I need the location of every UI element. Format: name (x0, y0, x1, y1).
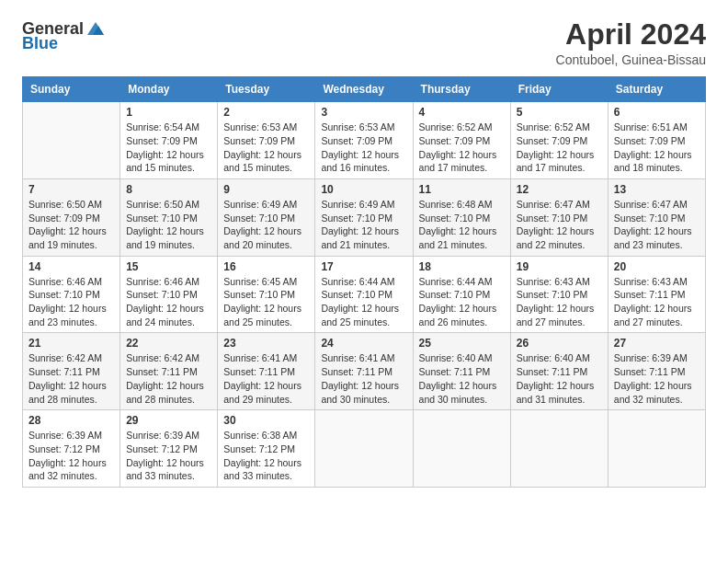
calendar-day-header: Friday (510, 77, 608, 102)
calendar-cell: 2Sunrise: 6:53 AM Sunset: 7:09 PM Daylig… (218, 102, 315, 179)
calendar-cell: 7Sunrise: 6:50 AM Sunset: 7:09 PM Daylig… (23, 178, 120, 256)
day-info: Sunrise: 6:46 AM Sunset: 7:10 PM Dayligh… (126, 275, 211, 329)
day-info: Sunrise: 6:54 AM Sunset: 7:09 PM Dayligh… (126, 121, 211, 175)
calendar-cell: 19Sunrise: 6:43 AM Sunset: 7:10 PM Dayli… (510, 256, 608, 333)
calendar-cell: 11Sunrise: 6:48 AM Sunset: 7:10 PM Dayli… (413, 178, 510, 256)
day-number: 10 (321, 183, 406, 196)
day-info: Sunrise: 6:46 AM Sunset: 7:10 PM Dayligh… (28, 275, 114, 329)
day-info: Sunrise: 6:53 AM Sunset: 7:09 PM Dayligh… (223, 121, 309, 175)
calendar-day-header: Monday (120, 77, 218, 102)
day-info: Sunrise: 6:48 AM Sunset: 7:10 PM Dayligh… (419, 198, 505, 252)
calendar-cell: 24Sunrise: 6:41 AM Sunset: 7:11 PM Dayli… (315, 333, 413, 410)
day-number: 25 (419, 337, 505, 350)
calendar-table: SundayMondayTuesdayWednesdayThursdayFrid… (22, 76, 706, 488)
day-info: Sunrise: 6:49 AM Sunset: 7:10 PM Dayligh… (223, 198, 309, 252)
calendar-cell (23, 102, 120, 179)
calendar-cell: 30Sunrise: 6:38 AM Sunset: 7:12 PM Dayli… (218, 410, 315, 488)
calendar-cell: 25Sunrise: 6:40 AM Sunset: 7:11 PM Dayli… (413, 333, 510, 410)
calendar-cell: 20Sunrise: 6:43 AM Sunset: 7:11 PM Dayli… (608, 256, 705, 333)
calendar-cell: 9Sunrise: 6:49 AM Sunset: 7:10 PM Daylig… (218, 178, 315, 256)
day-number: 26 (517, 337, 602, 350)
day-number: 21 (28, 337, 114, 350)
day-number: 24 (321, 337, 406, 350)
calendar-day-header: Saturday (608, 77, 705, 102)
day-info: Sunrise: 6:44 AM Sunset: 7:10 PM Dayligh… (419, 275, 505, 329)
day-info: Sunrise: 6:39 AM Sunset: 7:12 PM Dayligh… (28, 429, 114, 483)
calendar-cell: 1Sunrise: 6:54 AM Sunset: 7:09 PM Daylig… (120, 102, 218, 179)
calendar-cell: 13Sunrise: 6:47 AM Sunset: 7:10 PM Dayli… (608, 178, 705, 256)
day-info: Sunrise: 6:39 AM Sunset: 7:11 PM Dayligh… (614, 351, 700, 406)
day-info: Sunrise: 6:52 AM Sunset: 7:09 PM Dayligh… (419, 121, 505, 175)
day-info: Sunrise: 6:43 AM Sunset: 7:11 PM Dayligh… (614, 275, 700, 329)
calendar-cell: 26Sunrise: 6:40 AM Sunset: 7:11 PM Dayli… (510, 333, 608, 410)
day-info: Sunrise: 6:50 AM Sunset: 7:09 PM Dayligh… (28, 198, 114, 252)
calendar-cell: 3Sunrise: 6:53 AM Sunset: 7:09 PM Daylig… (315, 102, 413, 179)
calendar-week-row: 21Sunrise: 6:42 AM Sunset: 7:11 PM Dayli… (23, 333, 706, 410)
calendar-cell: 5Sunrise: 6:52 AM Sunset: 7:09 PM Daylig… (510, 102, 608, 179)
day-number: 19 (517, 260, 602, 273)
calendar-cell: 28Sunrise: 6:39 AM Sunset: 7:12 PM Dayli… (23, 410, 120, 488)
calendar-cell: 12Sunrise: 6:47 AM Sunset: 7:10 PM Dayli… (510, 178, 608, 256)
title-block: April 2024 Contuboel, Guinea-Bissau (556, 18, 706, 67)
calendar-cell: 4Sunrise: 6:52 AM Sunset: 7:09 PM Daylig… (413, 102, 510, 179)
calendar-cell: 10Sunrise: 6:49 AM Sunset: 7:10 PM Dayli… (315, 178, 413, 256)
calendar-cell: 22Sunrise: 6:42 AM Sunset: 7:11 PM Dayli… (120, 333, 218, 410)
day-info: Sunrise: 6:39 AM Sunset: 7:12 PM Dayligh… (126, 429, 211, 483)
calendar-cell: 21Sunrise: 6:42 AM Sunset: 7:11 PM Dayli… (23, 333, 120, 410)
day-info: Sunrise: 6:42 AM Sunset: 7:11 PM Dayligh… (28, 351, 114, 406)
day-number: 18 (419, 260, 505, 273)
day-number: 16 (223, 260, 309, 273)
day-info: Sunrise: 6:38 AM Sunset: 7:12 PM Dayligh… (223, 429, 309, 483)
day-info: Sunrise: 6:47 AM Sunset: 7:10 PM Dayligh… (517, 198, 602, 252)
calendar-cell: 18Sunrise: 6:44 AM Sunset: 7:10 PM Dayli… (413, 256, 510, 333)
page-subtitle: Contuboel, Guinea-Bissau (556, 52, 706, 67)
day-number: 1 (126, 106, 211, 119)
day-number: 27 (614, 337, 700, 350)
day-number: 30 (223, 414, 309, 427)
day-number: 4 (419, 106, 505, 119)
calendar-cell: 14Sunrise: 6:46 AM Sunset: 7:10 PM Dayli… (23, 256, 120, 333)
day-number: 17 (321, 260, 406, 273)
day-number: 12 (517, 183, 602, 196)
calendar-cell: 15Sunrise: 6:46 AM Sunset: 7:10 PM Dayli… (120, 256, 218, 333)
calendar-cell: 6Sunrise: 6:51 AM Sunset: 7:09 PM Daylig… (608, 102, 705, 179)
calendar-week-row: 28Sunrise: 6:39 AM Sunset: 7:12 PM Dayli… (23, 410, 706, 488)
calendar-cell: 17Sunrise: 6:44 AM Sunset: 7:10 PM Dayli… (315, 256, 413, 333)
day-number: 28 (28, 414, 114, 427)
calendar-cell (413, 410, 510, 488)
day-info: Sunrise: 6:41 AM Sunset: 7:11 PM Dayligh… (223, 351, 309, 406)
calendar-week-row: 1Sunrise: 6:54 AM Sunset: 7:09 PM Daylig… (23, 102, 706, 179)
day-number: 3 (321, 106, 406, 119)
day-info: Sunrise: 6:49 AM Sunset: 7:10 PM Dayligh… (321, 198, 406, 252)
calendar-day-header: Wednesday (315, 77, 413, 102)
calendar-header-row: SundayMondayTuesdayWednesdayThursdayFrid… (23, 77, 706, 102)
day-info: Sunrise: 6:47 AM Sunset: 7:10 PM Dayligh… (614, 198, 700, 252)
day-info: Sunrise: 6:40 AM Sunset: 7:11 PM Dayligh… (419, 351, 505, 406)
calendar-cell (608, 410, 705, 488)
day-number: 9 (223, 183, 309, 196)
calendar-cell: 16Sunrise: 6:45 AM Sunset: 7:10 PM Dayli… (218, 256, 315, 333)
calendar-day-header: Tuesday (218, 77, 315, 102)
logo-icon (85, 18, 106, 39)
day-number: 15 (126, 260, 211, 273)
day-number: 11 (419, 183, 505, 196)
day-info: Sunrise: 6:42 AM Sunset: 7:11 PM Dayligh… (126, 351, 211, 406)
calendar-cell (315, 410, 413, 488)
calendar-week-row: 7Sunrise: 6:50 AM Sunset: 7:09 PM Daylig… (23, 178, 706, 256)
day-number: 2 (223, 106, 309, 119)
day-number: 23 (223, 337, 309, 350)
calendar-cell: 8Sunrise: 6:50 AM Sunset: 7:10 PM Daylig… (120, 178, 218, 256)
day-info: Sunrise: 6:43 AM Sunset: 7:10 PM Dayligh… (517, 275, 602, 329)
calendar-cell: 27Sunrise: 6:39 AM Sunset: 7:11 PM Dayli… (608, 333, 705, 410)
day-info: Sunrise: 6:45 AM Sunset: 7:10 PM Dayligh… (223, 275, 309, 329)
day-number: 29 (126, 414, 211, 427)
day-number: 13 (614, 183, 700, 196)
day-number: 20 (614, 260, 700, 273)
day-number: 14 (28, 260, 114, 273)
day-number: 22 (126, 337, 211, 350)
page-title: April 2024 (556, 18, 706, 51)
day-info: Sunrise: 6:40 AM Sunset: 7:11 PM Dayligh… (517, 351, 602, 406)
day-number: 6 (614, 106, 700, 119)
page-header: General Blue April 2024 Contuboel, Guine… (22, 18, 706, 67)
calendar-day-header: Sunday (23, 77, 120, 102)
